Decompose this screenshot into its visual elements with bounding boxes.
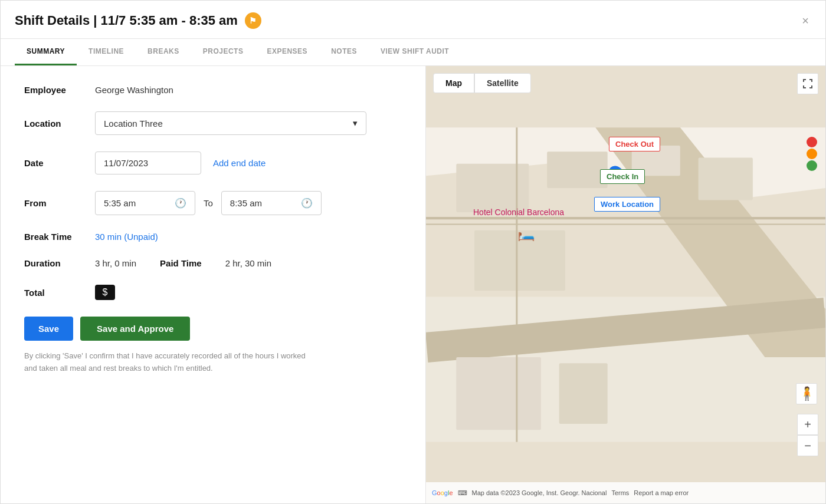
duration-row: Duration 3 hr, 0 min Paid Time 2 hr, 30 … xyxy=(24,258,402,268)
total-row: Total $ xyxy=(24,285,402,300)
tabs-bar: SUMMARY TIMELINE BREAKS PROJECTS EXPENSE… xyxy=(1,39,825,66)
map-container: Map Satellite Hotel Colonial xyxy=(426,66,825,503)
to-time-value: 8:35 am xyxy=(230,198,262,208)
modal: Shift Details | 11/7 5:35 am - 8:35 am ⚑… xyxy=(0,0,826,504)
svg-rect-5 xyxy=(456,164,529,212)
work-location-pin: Work Location xyxy=(594,197,660,212)
map-data-text: Map data ©2023 Google, Inst. Geogr. Naci… xyxy=(472,489,607,496)
location-select[interactable]: Location Three ▾ xyxy=(95,111,366,135)
flag-icon: ⚑ xyxy=(245,12,261,29)
employee-row: Employee George Washington xyxy=(24,85,402,95)
action-buttons: Save Save and Approve xyxy=(24,317,402,341)
date-value: 11/07/2023 xyxy=(104,158,148,168)
tab-notes[interactable]: NOTES xyxy=(319,39,369,65)
zoom-controls: + − xyxy=(797,414,818,456)
tab-expenses[interactable]: EXPENSES xyxy=(255,39,319,65)
checkin-label: Check In xyxy=(600,169,645,184)
fullscreen-button[interactable] xyxy=(797,73,818,94)
google-logo: Google xyxy=(432,489,453,496)
hotel-name: Hotel Colonial Barcelona xyxy=(473,207,564,217)
from-label: From xyxy=(24,198,95,208)
save-approve-button[interactable]: Save and Approve xyxy=(80,317,190,341)
map-background xyxy=(426,66,825,503)
clock-icon-to: 🕐 xyxy=(301,197,313,209)
date-label: Date xyxy=(24,158,95,168)
paid-time-label: Paid Time xyxy=(160,258,202,268)
clock-icon-from: 🕐 xyxy=(175,197,186,209)
from-time-value: 5:35 am xyxy=(104,198,136,208)
svg-rect-6 xyxy=(547,151,608,188)
title-text: Shift Details | 11/7 5:35 am - 8:35 am xyxy=(15,13,238,28)
map-tabs: Map Satellite xyxy=(433,73,531,93)
traffic-light xyxy=(807,137,818,171)
chevron-down-icon: ▾ xyxy=(353,118,358,129)
to-label: To xyxy=(204,198,213,208)
svg-rect-11 xyxy=(559,363,608,424)
employee-value: George Washington xyxy=(95,85,173,95)
map-terms-link[interactable]: Terms xyxy=(611,489,629,496)
hotel-label: Hotel Colonial Barcelona xyxy=(473,207,564,217)
add-end-date-link[interactable]: Add end date xyxy=(213,158,266,168)
person-icon: 🧍 xyxy=(799,386,815,401)
keyboard-icon: ⌨ xyxy=(458,489,467,497)
traffic-yellow xyxy=(807,149,817,159)
to-time-input[interactable]: 8:35 am 🕐 xyxy=(221,191,322,215)
total-icon: $ xyxy=(95,285,115,300)
modal-body: Employee George Washington Location Loca… xyxy=(1,66,825,503)
save-button[interactable]: Save xyxy=(24,317,73,341)
pegman-button[interactable]: 🧍 xyxy=(796,383,817,404)
total-label: Total xyxy=(24,288,95,298)
svg-rect-8 xyxy=(699,158,753,200)
disclaimer-text: By clicking 'Save' I confirm that I have… xyxy=(24,350,307,375)
map-tab-map[interactable]: Map xyxy=(433,73,474,93)
tab-view-shift-audit[interactable]: VIEW SHIFT AUDIT xyxy=(369,39,461,65)
checkout-label: Check Out xyxy=(609,137,660,151)
traffic-green xyxy=(807,160,817,171)
fullscreen-icon xyxy=(802,78,813,89)
location-label: Location xyxy=(24,118,95,129)
tab-breaks[interactable]: BREAKS xyxy=(136,39,191,65)
duration-values: 3 hr, 0 min Paid Time 2 hr, 30 min xyxy=(95,258,271,268)
from-time-input[interactable]: 5:35 am 🕐 xyxy=(95,191,195,215)
date-input[interactable]: 11/07/2023 xyxy=(95,151,201,174)
checkin-pin: Check In xyxy=(600,169,645,184)
work-location-label: Work Location xyxy=(594,197,660,212)
duration-value: 3 hr, 0 min xyxy=(95,258,136,268)
map-tab-satellite[interactable]: Satellite xyxy=(474,73,531,93)
left-panel: Employee George Washington Location Loca… xyxy=(1,66,425,503)
tab-projects[interactable]: PROJECTS xyxy=(191,39,255,65)
hotel-pin: 🛏️ xyxy=(517,225,535,242)
tab-summary[interactable]: SUMMARY xyxy=(15,39,77,65)
break-label: Break Time xyxy=(24,232,95,242)
checkout-pin: Check Out xyxy=(609,137,660,151)
zoom-out-button[interactable]: − xyxy=(797,435,818,456)
break-row: Break Time 30 min (Unpaid) xyxy=(24,232,402,242)
map-report-link[interactable]: Report a map error xyxy=(634,489,689,496)
traffic-red xyxy=(807,137,817,147)
svg-rect-10 xyxy=(456,357,541,430)
time-row: From 5:35 am 🕐 To 8:35 am 🕐 xyxy=(24,191,402,215)
modal-title: Shift Details | 11/7 5:35 am - 8:35 am ⚑ xyxy=(15,12,261,29)
time-inputs: 5:35 am 🕐 To 8:35 am 🕐 xyxy=(95,191,322,215)
date-row: Date 11/07/2023 Add end date xyxy=(24,151,402,174)
location-value: Location Three xyxy=(104,118,163,129)
paid-time-value: 2 hr, 30 min xyxy=(225,258,271,268)
close-button[interactable]: × xyxy=(799,12,811,29)
modal-header: Shift Details | 11/7 5:35 am - 8:35 am ⚑… xyxy=(1,1,825,39)
break-value[interactable]: 30 min (Unpaid) xyxy=(95,232,158,242)
zoom-in-button[interactable]: + xyxy=(797,414,818,435)
employee-label: Employee xyxy=(24,85,95,95)
duration-label: Duration xyxy=(24,258,95,268)
location-row: Location Location Three ▾ xyxy=(24,111,402,135)
map-panel: Map Satellite Hotel Colonial xyxy=(425,66,825,503)
map-footer: Google ⌨ Map data ©2023 Google, Inst. Ge… xyxy=(426,482,825,503)
tab-timeline[interactable]: TIMELINE xyxy=(77,39,136,65)
